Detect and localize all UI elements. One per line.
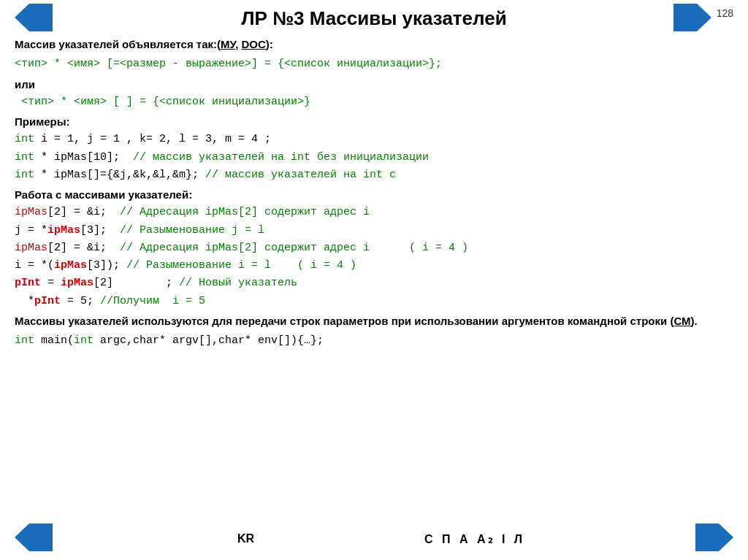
- footer-nav-text: С П А А₂ І Л: [424, 532, 525, 546]
- content: Массив указателей объявляется так:(МУ, D…: [15, 36, 733, 349]
- footer: KR С П А А₂ І Л: [0, 523, 748, 554]
- wcode-line-4: i = *(ipMas[3]); // Разыменование i = l …: [15, 257, 733, 274]
- desc-paragraph: Массивы указателей используются для пере…: [15, 312, 733, 329]
- final-code-line: int main(int argc,char* argv[],char* env…: [15, 332, 733, 349]
- syntax1-line: <тип> * <имя> [=<размер - выражение>] = …: [15, 55, 733, 72]
- intro-line: Массив указателей объявляется так:(МУ, D…: [15, 36, 733, 53]
- svg-marker-2: [15, 523, 53, 551]
- nav-arrow-right[interactable]: [673, 4, 711, 34]
- footer-nav-right[interactable]: [695, 523, 733, 554]
- or-text: или: [15, 76, 733, 93]
- svg-marker-3: [695, 523, 733, 551]
- cm-link[interactable]: СМ: [673, 315, 690, 327]
- wcode-line-2: j = *ipMas[3]; // Разыменование j = l: [15, 222, 733, 239]
- header: ЛР №3 Массивы указателей 128: [15, 7, 733, 30]
- svg-marker-1: [673, 4, 711, 31]
- work-label: Работа с массивами указателей:: [15, 186, 733, 203]
- svg-marker-0: [15, 4, 53, 31]
- wcode-line-3: ipMas[2] = &i; // Адресация ipMas[2] сод…: [15, 239, 733, 256]
- doc-link[interactable]: DOC: [242, 38, 266, 50]
- footer-nav-left[interactable]: [15, 523, 53, 554]
- wcode-line-6: *pInt = 5; //Получим i = 5: [15, 293, 733, 310]
- page: ЛР №3 Массивы указателей 128 Массив указ…: [0, 0, 748, 560]
- syntax2-line: <тип> * <имя> [ ] = {<список инициализац…: [15, 93, 733, 110]
- code-line-2: int * ipMas[10]; // массив указателей на…: [15, 149, 733, 166]
- code-line-3: int * ipMas[]={&j,&k,&l,&m}; // массив у…: [15, 166, 733, 183]
- nav-arrow-left[interactable]: [15, 4, 53, 34]
- mu-link[interactable]: МУ: [221, 38, 235, 50]
- wcode-line-5: pInt = ipMas[2] ; // Новый указатель: [15, 275, 733, 291]
- intro-text: Массив указателей объявляется так:(: [15, 38, 221, 50]
- wcode-line-1: ipMas[2] = &i; // Адресация ipMas[2] сод…: [15, 204, 733, 220]
- page-number: 128: [717, 7, 733, 19]
- page-title: ЛР №3 Массивы указателей: [241, 7, 506, 30]
- examples-label: Примеры:: [15, 113, 733, 130]
- footer-kr-label: KR: [237, 532, 254, 545]
- code-line-1: int i = 1, j = 1 , k= 2, l = 3, m = 4 ;: [15, 131, 733, 147]
